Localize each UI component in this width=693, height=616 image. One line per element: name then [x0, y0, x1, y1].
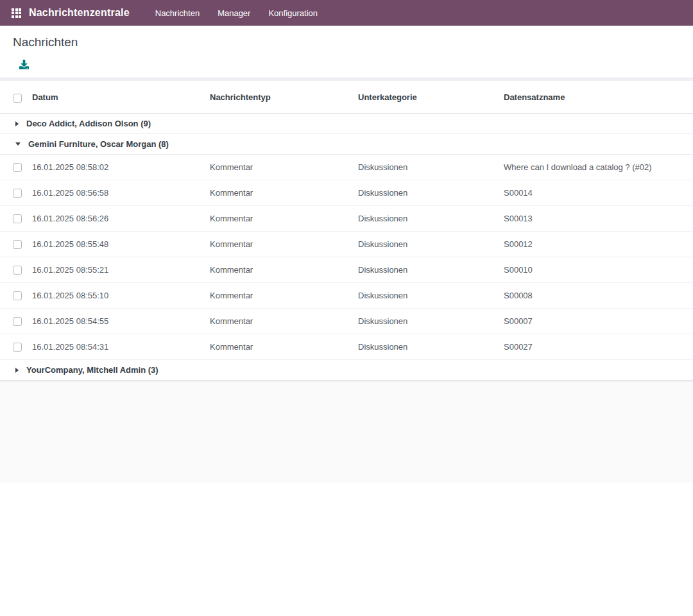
- cell-unterkategorie: Diskussionen: [354, 231, 500, 257]
- cell-datensatzname: S00008: [500, 282, 693, 308]
- cell-nachrichtentyp: Kommentar: [206, 257, 354, 282]
- select-all-header: [0, 81, 28, 113]
- collapse-group-icon: [15, 142, 21, 146]
- apps-grid-icon: [12, 8, 21, 18]
- row-checkbox[interactable]: [13, 189, 22, 198]
- group-row[interactable]: Gemini Furniture, Oscar Morgan (8): [0, 133, 693, 154]
- group-row[interactable]: Deco Addict, Addison Olson (9): [0, 113, 693, 133]
- cell-datum: 16.01.2025 08:56:26: [28, 205, 206, 231]
- cell-nachrichtentyp: Kommentar: [206, 334, 354, 359]
- cell-datum: 16.01.2025 08:58:02: [28, 154, 206, 180]
- control-panel: Nachrichten: [0, 26, 693, 78]
- cell-unterkategorie: Diskussionen: [354, 308, 500, 334]
- cell-datum: 16.01.2025 08:54:31: [28, 334, 206, 359]
- cell-nachrichtentyp: Kommentar: [206, 205, 354, 231]
- cell-unterkategorie: Diskussionen: [354, 257, 500, 282]
- row-checkbox[interactable]: [13, 291, 22, 300]
- cell-nachrichtentyp: Kommentar: [206, 231, 354, 257]
- group-label: Gemini Furniture, Oscar Morgan (8): [28, 139, 169, 149]
- column-header-unterkategorie[interactable]: Unterkategorie: [354, 81, 500, 113]
- table-row[interactable]: 16.01.2025 08:55:48KommentarDiskussionen…: [0, 231, 693, 257]
- row-checkbox[interactable]: [13, 317, 22, 326]
- messages-list-table: Datum Nachrichtentyp Unterkategorie Date…: [0, 81, 693, 381]
- cell-datensatzname: Where can I download a catalog ? (#02): [500, 154, 693, 180]
- table-row[interactable]: 16.01.2025 08:55:10KommentarDiskussionen…: [0, 282, 693, 308]
- column-header-nachrichtentyp[interactable]: Nachrichtentyp: [206, 81, 354, 113]
- row-checkbox[interactable]: [13, 163, 22, 172]
- cell-nachrichtentyp: Kommentar: [206, 154, 354, 180]
- cell-nachrichtentyp: Kommentar: [206, 308, 354, 334]
- table-row[interactable]: 16.01.2025 08:55:21KommentarDiskussionen…: [0, 257, 693, 282]
- top-navbar: Nachrichtenzentrale Nachrichten Manager …: [0, 0, 693, 26]
- column-header-datum[interactable]: Datum: [28, 81, 206, 113]
- table-row[interactable]: 16.01.2025 08:58:02KommentarDiskussionen…: [0, 154, 693, 180]
- table-row[interactable]: 16.01.2025 08:54:31KommentarDiskussionen…: [0, 334, 693, 359]
- cell-unterkategorie: Diskussionen: [354, 334, 500, 359]
- select-all-checkbox[interactable]: [13, 94, 22, 103]
- cell-datum: 16.01.2025 08:56:58: [28, 180, 206, 205]
- export-button[interactable]: [13, 59, 35, 71]
- cell-datum: 16.01.2025 08:55:21: [28, 257, 206, 282]
- cell-datum: 16.01.2025 08:55:10: [28, 282, 206, 308]
- cell-datensatzname: S00013: [500, 205, 693, 231]
- download-icon: [19, 60, 29, 69]
- menu-manager[interactable]: Manager: [209, 0, 259, 26]
- row-checkbox[interactable]: [13, 214, 22, 223]
- top-menu: Nachrichten Manager Konfiguration: [146, 0, 327, 26]
- menu-konfiguration[interactable]: Konfiguration: [259, 0, 327, 26]
- cell-unterkategorie: Diskussionen: [354, 282, 500, 308]
- cell-datum: 16.01.2025 08:55:48: [28, 231, 206, 257]
- cell-datensatzname: S00007: [500, 308, 693, 334]
- row-checkbox[interactable]: [13, 266, 22, 275]
- menu-nachrichten[interactable]: Nachrichten: [146, 0, 209, 26]
- apps-menu-button[interactable]: [8, 6, 25, 21]
- column-header-datensatzname[interactable]: Datensatzname: [500, 81, 693, 113]
- cell-nachrichtentyp: Kommentar: [206, 180, 354, 205]
- cell-datensatzname: S00010: [500, 257, 693, 282]
- table-row[interactable]: 16.01.2025 08:56:26KommentarDiskussionen…: [0, 205, 693, 231]
- cell-unterkategorie: Diskussionen: [354, 205, 500, 231]
- expand-group-icon: [15, 121, 19, 126]
- group-row[interactable]: YourCompany, Mitchell Admin (3): [0, 359, 693, 380]
- list-body: Deco Addict, Addison Olson (9)Gemini Fur…: [0, 113, 693, 380]
- expand-group-icon: [15, 368, 19, 373]
- group-label: Deco Addict, Addison Olson (9): [26, 119, 151, 128]
- table-row[interactable]: 16.01.2025 08:54:55KommentarDiskussionen…: [0, 308, 693, 334]
- group-label: YourCompany, Mitchell Admin (3): [26, 365, 158, 375]
- cell-datensatzname: S00027: [500, 334, 693, 359]
- row-checkbox[interactable]: [13, 240, 22, 249]
- cell-unterkategorie: Diskussionen: [354, 180, 500, 205]
- table-header-row: Datum Nachrichtentyp Unterkategorie Date…: [0, 81, 693, 113]
- cell-datum: 16.01.2025 08:54:55: [28, 308, 206, 334]
- content-area: Nachrichten Datum Nachrichtentyp Unterka…: [0, 26, 693, 483]
- cell-datensatzname: S00012: [500, 231, 693, 257]
- cell-datensatzname: S00014: [500, 180, 693, 205]
- below-content-space: [0, 483, 693, 616]
- row-checkbox[interactable]: [13, 343, 22, 352]
- page-title: Nachrichten: [13, 35, 680, 49]
- table-row[interactable]: 16.01.2025 08:56:58KommentarDiskussionen…: [0, 180, 693, 205]
- cell-unterkategorie: Diskussionen: [354, 154, 500, 180]
- app-title[interactable]: Nachrichtenzentrale: [29, 7, 130, 19]
- cell-nachrichtentyp: Kommentar: [206, 282, 354, 308]
